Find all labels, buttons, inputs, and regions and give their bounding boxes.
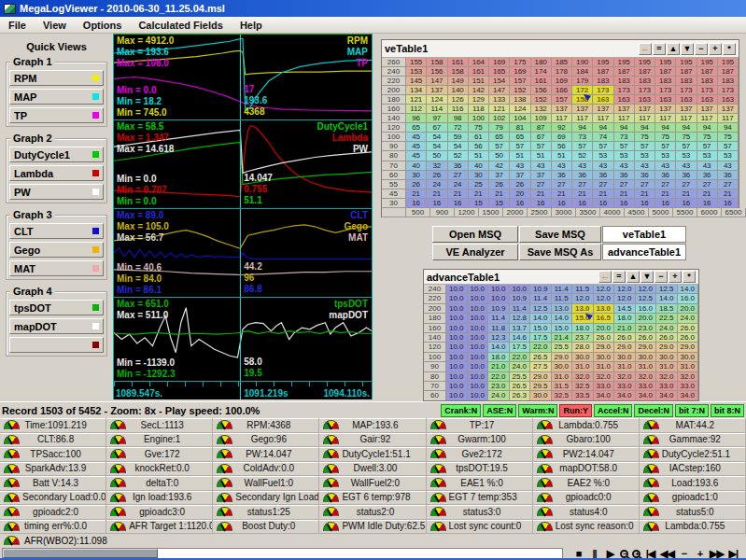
advance-cell[interactable]: 22.5 bbox=[656, 314, 678, 323]
ve-cell[interactable]: 195 bbox=[676, 58, 697, 67]
ve-cell[interactable]: 27 bbox=[572, 180, 593, 189]
ve-cell[interactable]: 100 bbox=[469, 114, 489, 123]
ve-cell[interactable]: 50 bbox=[489, 151, 510, 161]
ve-cell[interactable]: 27 bbox=[676, 180, 697, 189]
ve-cell[interactable]: 40 bbox=[406, 161, 427, 171]
ve-cell[interactable]: 40 bbox=[469, 161, 489, 171]
advance-cell[interactable]: 16.0 bbox=[678, 294, 699, 303]
ve-cell[interactable]: 16 bbox=[718, 199, 739, 208]
advance-cell[interactable]: 11.4 bbox=[510, 304, 531, 314]
advance-cell[interactable]: 14.0 bbox=[530, 314, 552, 323]
advance-cell[interactable]: 10.0 bbox=[468, 324, 489, 333]
series-toggle-mapdot[interactable]: mapDOT bbox=[9, 318, 104, 334]
ve-cell[interactable]: 169 bbox=[510, 67, 530, 77]
ve-cell[interactable]: 157 bbox=[510, 77, 530, 86]
ve-cell[interactable]: 16 bbox=[572, 199, 593, 208]
ve-cell[interactable]: 72 bbox=[448, 123, 469, 133]
advance-cell[interactable]: 21.4 bbox=[552, 333, 573, 343]
series-toggle-tpsdot[interactable]: tpsDOT bbox=[9, 300, 104, 315]
advance-cell[interactable]: 10.0 bbox=[468, 382, 489, 391]
ve-cell[interactable]: 25 bbox=[469, 180, 489, 189]
ve-cell[interactable]: 195 bbox=[635, 58, 655, 67]
ve-cell[interactable]: 43 bbox=[676, 161, 697, 171]
ve-cell[interactable]: 173 bbox=[655, 86, 676, 95]
advance-cell[interactable]: 16.0 bbox=[636, 304, 657, 314]
advance-cell[interactable]: 12.0 bbox=[614, 285, 636, 294]
advance-cell[interactable]: 25.5 bbox=[510, 372, 531, 382]
ve-cell[interactable]: 117 bbox=[697, 114, 718, 123]
ve-cell[interactable]: 187 bbox=[635, 67, 655, 77]
ve-cell[interactable]: 21 bbox=[406, 189, 427, 199]
advance-cell[interactable]: 32.0 bbox=[656, 372, 678, 382]
ve-cell[interactable]: 183 bbox=[697, 77, 718, 86]
advance-cell[interactable]: 26.0 bbox=[656, 333, 678, 343]
ve-cell[interactable]: 195 bbox=[614, 58, 635, 67]
advance-cell[interactable]: 29.5 bbox=[530, 382, 552, 391]
ve-cell[interactable]: 183 bbox=[635, 77, 655, 86]
ve-cell[interactable]: 129 bbox=[469, 95, 489, 105]
ve-cell[interactable]: 36 bbox=[676, 171, 697, 180]
advance-cell[interactable]: 10.0 bbox=[468, 314, 489, 323]
advance-cell[interactable]: 12.0 bbox=[594, 285, 615, 294]
ve-cell[interactable]: 57 bbox=[676, 142, 697, 151]
ve-cell[interactable]: 183 bbox=[593, 77, 613, 86]
series-toggle-mat[interactable]: MAT bbox=[9, 260, 104, 276]
ve-cell[interactable]: 75 bbox=[469, 123, 489, 133]
advance-cell[interactable]: 26.0 bbox=[636, 333, 657, 343]
ve-cell[interactable]: 21 bbox=[635, 189, 655, 199]
ve-cell[interactable]: 179 bbox=[572, 77, 593, 86]
ve-cell[interactable]: 57 bbox=[510, 142, 530, 151]
ve-cell[interactable]: 16 bbox=[427, 199, 447, 208]
ve-cell[interactable]: 36 bbox=[593, 171, 613, 180]
advance-cell[interactable]: 11.5 bbox=[572, 285, 594, 294]
ve-cell[interactable]: 21 bbox=[572, 189, 593, 199]
ve-cell[interactable]: 112 bbox=[406, 105, 427, 114]
advance-cell[interactable]: 31.0 bbox=[614, 362, 636, 371]
ve-cell[interactable]: 51 bbox=[510, 151, 530, 161]
advance-cell[interactable]: 22.0 bbox=[510, 353, 531, 362]
ve-cell[interactable]: 21 bbox=[531, 189, 552, 199]
advance-cell[interactable]: 26.0 bbox=[614, 333, 636, 343]
save-msq-as-button[interactable]: Save MSQ As bbox=[519, 244, 601, 260]
ve-cell[interactable]: 187 bbox=[676, 67, 697, 77]
scale-icon[interactable]: * bbox=[723, 43, 736, 55]
ve-cell[interactable]: 16 bbox=[552, 199, 572, 208]
ve-cell[interactable]: 36 bbox=[697, 171, 718, 180]
advance-cell[interactable]: 30.0 bbox=[614, 353, 636, 362]
timeline-scrollbar[interactable] bbox=[2, 548, 563, 559]
ve-cell[interactable]: 51 bbox=[552, 151, 572, 161]
ve-cell[interactable]: 104 bbox=[510, 114, 530, 123]
ve-cell[interactable]: 57 bbox=[489, 142, 510, 151]
advance-cell[interactable]: 29.0 bbox=[636, 343, 657, 352]
ve-cell[interactable]: 43 bbox=[697, 161, 718, 171]
ve-cell[interactable]: 69 bbox=[552, 133, 572, 142]
ve-cell[interactable]: 187 bbox=[593, 67, 613, 77]
title-bar[interactable]: MegaLogViewer - 2010-06-30_11.25.04.msl bbox=[0, 0, 746, 17]
ve-cell[interactable]: 36 bbox=[572, 171, 593, 180]
advance-cell[interactable]: 24.0 bbox=[656, 324, 678, 333]
ve-cell[interactable]: 75 bbox=[718, 133, 739, 142]
advance-cell[interactable]: 12.5 bbox=[530, 304, 552, 314]
ve-cell[interactable]: 21 bbox=[489, 189, 510, 199]
advance-cell[interactable]: 33.0 bbox=[656, 382, 678, 391]
advance-cell[interactable]: 30.0 bbox=[572, 353, 594, 362]
advance-cell[interactable]: 34.0 bbox=[636, 391, 657, 400]
ve-cell[interactable]: 56 bbox=[552, 142, 572, 151]
scrollbar-thumb[interactable] bbox=[3, 549, 158, 558]
ve-cell[interactable]: 53 bbox=[593, 151, 613, 161]
series-toggle-pw[interactable]: PW bbox=[9, 184, 104, 200]
advance-cell[interactable]: 34.0 bbox=[594, 391, 615, 400]
advance-cell[interactable]: 10.0 bbox=[446, 324, 468, 333]
ve-cell[interactable]: 53 bbox=[614, 151, 635, 161]
increase-icon[interactable]: ▲ bbox=[667, 43, 680, 55]
ve-cell[interactable]: 57 bbox=[655, 142, 676, 151]
graph-2[interactable]: Max = 58.5Max = 1.347Max = 14.618Min = 0… bbox=[114, 120, 372, 209]
advance-cell[interactable]: 13.0 bbox=[552, 304, 573, 314]
advance-cell[interactable]: 21.0 bbox=[614, 324, 636, 333]
advance-cell[interactable]: 10.0 bbox=[446, 285, 468, 294]
fast-forward-button[interactable]: ▶▶ bbox=[710, 548, 724, 560]
advance-cell[interactable]: 34.0 bbox=[656, 391, 678, 400]
graph-cursor-line[interactable] bbox=[240, 35, 241, 119]
ve-cell[interactable]: 74 bbox=[593, 133, 613, 142]
ve-cell[interactable]: 180 bbox=[531, 58, 552, 67]
